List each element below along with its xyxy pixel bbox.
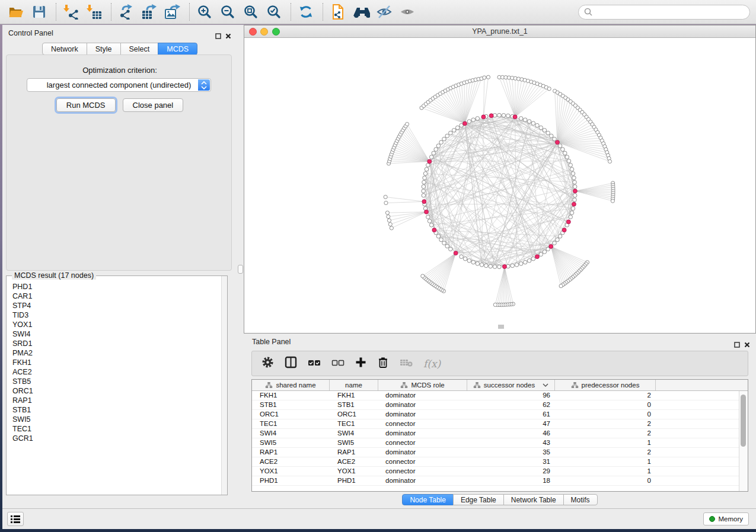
table-row[interactable]: ACE2 ACE2 connector 31 1 [252, 457, 748, 467]
tab-mcds[interactable]: MCDS [158, 43, 197, 55]
refresh-icon [298, 4, 314, 20]
hide-selected-button[interactable] [375, 3, 393, 21]
add-column-button[interactable] [355, 357, 366, 370]
share-document-button[interactable] [329, 3, 347, 21]
search-input[interactable] [593, 6, 749, 18]
mcds-result-node[interactable]: STB5 [12, 377, 221, 387]
open-session-button[interactable] [7, 3, 25, 21]
mcds-result-node[interactable]: ACE2 [12, 368, 221, 377]
table-settings-button[interactable] [261, 356, 274, 371]
table-row[interactable]: FKH1 FKH1 dominator 96 2 [252, 391, 748, 400]
main-toolbar [0, 0, 756, 24]
table-row[interactable]: SWI4 SWI4 dominator 46 2 [252, 429, 748, 438]
close-icon [225, 33, 231, 39]
close-panel-action-button[interactable]: Close panel [123, 98, 184, 112]
import-network-button[interactable] [62, 3, 80, 21]
table-row[interactable]: YOX1 YOX1 connector 29 1 [252, 467, 748, 476]
network-window-titlebar[interactable]: YPA_prune.txt_1 [244, 25, 755, 38]
tab-node-table[interactable]: Node Table [402, 494, 454, 505]
import-table-icon [87, 4, 102, 20]
close-table-panel-button[interactable] [744, 339, 750, 350]
table-row[interactable]: STB1 STB1 dominator 62 0 [252, 400, 748, 410]
float-table-panel-button[interactable] [734, 339, 740, 350]
mcds-result-node[interactable]: TEC1 [12, 425, 221, 434]
tab-style[interactable]: Style [87, 43, 121, 55]
mcds-result-node[interactable]: STP4 [12, 302, 221, 311]
mcds-result-node[interactable]: STB1 [12, 406, 221, 415]
table-row[interactable]: SWI5 SWI5 connector 43 1 [252, 438, 748, 448]
mcds-result-node[interactable]: RAP1 [12, 396, 221, 406]
show-hidden-button[interactable] [398, 3, 416, 21]
memory-button[interactable]: Memory [703, 512, 749, 525]
zoom-out-button[interactable] [219, 3, 237, 21]
network-canvas[interactable] [244, 38, 755, 333]
save-session-button[interactable] [30, 3, 48, 21]
import-table-button[interactable] [85, 3, 103, 21]
result-scrollbar[interactable] [221, 276, 227, 495]
node-table: shared name name MCDS role [251, 379, 748, 492]
cell-mcds-role: dominator [378, 476, 467, 485]
deselect-all-button[interactable] [331, 358, 344, 369]
criterion-dropdown[interactable]: largest connected component (undirected) [27, 78, 211, 92]
column-header-mcds-role[interactable]: MCDS role [378, 380, 467, 390]
zoom-selected-button[interactable] [265, 3, 283, 21]
cell-predecessor-nodes: 0 [555, 400, 656, 409]
tab-edge-table[interactable]: Edge Table [453, 494, 504, 505]
search-field[interactable] [578, 5, 750, 20]
cell-mcds-role: dominator [378, 410, 467, 419]
zoom-out-icon [220, 4, 235, 20]
select-all-button[interactable] [308, 358, 321, 369]
refresh-button[interactable] [297, 3, 315, 21]
column-header-shared-name[interactable]: shared name [252, 380, 330, 390]
column-header-name[interactable]: name [330, 380, 378, 390]
table-scrollbar[interactable] [739, 391, 748, 491]
export-table-button[interactable] [141, 3, 158, 21]
run-mcds-button[interactable]: Run MCDS [56, 98, 116, 112]
splitter-grip[interactable] [238, 265, 243, 274]
table-row[interactable]: RAP1 RAP1 dominator 35 2 [252, 448, 748, 457]
zoom-fit-button[interactable] [242, 3, 260, 21]
mcds-result-node[interactable]: SWI5 [12, 415, 221, 425]
float-panel-button[interactable] [215, 31, 221, 41]
mcds-result-node[interactable]: SWI4 [12, 330, 221, 339]
close-panel-button[interactable] [225, 31, 231, 41]
column-header-successor-nodes[interactable]: successor nodes [467, 380, 555, 390]
tab-network-table[interactable]: Network Table [503, 494, 564, 505]
cell-successor-nodes: 62 [467, 400, 555, 409]
zoom-in-button[interactable] [196, 3, 213, 21]
tree-icon [400, 382, 408, 389]
mcds-result-node[interactable]: PHD1 [12, 283, 221, 292]
toggle-columns-button[interactable] [285, 356, 297, 371]
cell-name: SWI5 [330, 438, 378, 447]
mcds-result-node[interactable]: SRD1 [12, 339, 221, 349]
table-row[interactable]: ORC1 ORC1 dominator 61 0 [252, 410, 748, 419]
task-history-button[interactable] [7, 512, 24, 526]
table-body: FKH1 FKH1 dominator 96 2 STB1 STB1 domin… [252, 391, 748, 486]
mcds-result-node[interactable]: PMA2 [12, 349, 221, 358]
mcds-result-node[interactable]: CAR1 [12, 292, 221, 302]
panel-splitter[interactable] [237, 25, 244, 508]
delete-table-button[interactable] [400, 358, 413, 369]
mcds-result-node[interactable]: FKH1 [12, 358, 221, 368]
mcds-result-node[interactable]: GCR1 [12, 434, 221, 444]
export-network-button[interactable] [117, 3, 135, 21]
mcds-result-node[interactable]: TID3 [12, 311, 221, 321]
table-scrollbar-thumb[interactable] [741, 395, 746, 447]
export-image-button[interactable] [164, 3, 181, 21]
mcds-result-node[interactable]: YOX1 [12, 321, 221, 330]
function-builder-button[interactable]: f(x) [423, 358, 441, 370]
cell-shared-name: STB1 [252, 400, 330, 409]
delete-table-icon [400, 358, 413, 367]
tab-network[interactable]: Network [42, 43, 87, 55]
tab-motifs[interactable]: Motifs [563, 494, 598, 505]
table-row[interactable]: PHD1 PHD1 dominator 18 0 [252, 476, 748, 486]
tab-select[interactable]: Select [120, 43, 159, 55]
delete-column-button[interactable] [377, 356, 389, 371]
table-row[interactable]: TEC1 TEC1 connector 47 2 [252, 419, 748, 429]
eye-slash-icon [376, 4, 393, 20]
column-header-predecessor-nodes[interactable]: predecessor nodes [555, 380, 656, 390]
canvas-scroll-thumb[interactable] [498, 325, 504, 329]
find-network-button[interactable] [352, 3, 370, 21]
mcds-result-node[interactable]: ORC1 [12, 387, 221, 396]
cell-predecessor-nodes: 2 [555, 419, 656, 428]
